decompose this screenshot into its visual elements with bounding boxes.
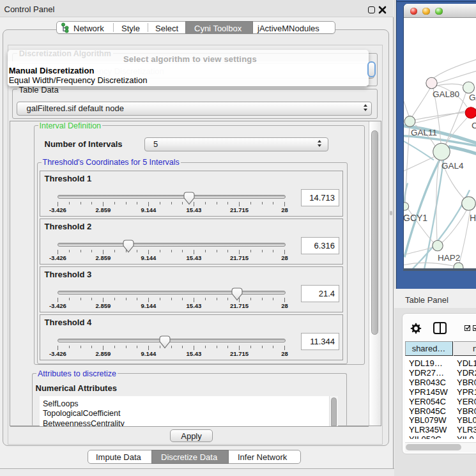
svg-text:GA: GA [469,92,476,102]
svg-text:HAP2: HAP2 [438,253,460,263]
svg-text:H: H [470,212,476,222]
svg-text:GAL80: GAL80 [433,89,459,99]
svg-text:GCY1: GCY1 [404,212,427,222]
svg-text:GAL11: GAL11 [411,128,437,137]
svg-text:GAL4: GAL4 [441,161,464,171]
svg-text:C: C [472,120,476,130]
